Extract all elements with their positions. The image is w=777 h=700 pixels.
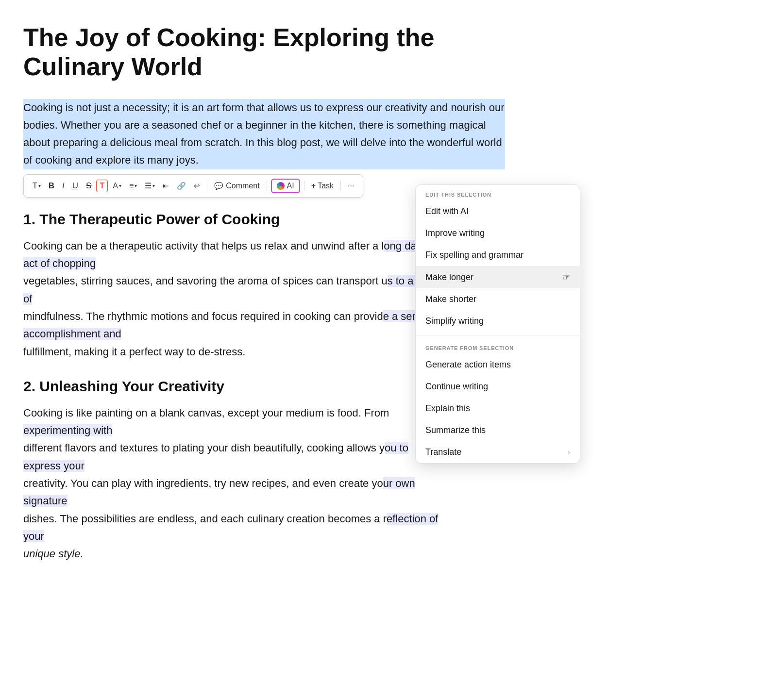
make-shorter-item[interactable]: Make shorter bbox=[416, 288, 580, 310]
comment-button[interactable]: 💬 Comment bbox=[211, 180, 262, 192]
font-dropdown-arrow: ▾ bbox=[119, 183, 121, 188]
divider-1 bbox=[207, 181, 207, 191]
section2-body: Cooking is like painting on a blank canv… bbox=[23, 404, 446, 563]
section1-body: Cooking can be a therapeutic activity th… bbox=[23, 237, 446, 361]
indent-button[interactable]: ↩ bbox=[191, 180, 203, 192]
generate-section-label: GENERATE FROM SELECTION bbox=[416, 338, 580, 354]
more-options-button[interactable]: ··· bbox=[345, 180, 357, 192]
document-title: The Joy of Cooking: Exploring the Culina… bbox=[23, 23, 460, 82]
italic-button[interactable]: I bbox=[59, 179, 68, 193]
align-button[interactable]: ≡ ▾ bbox=[126, 180, 140, 192]
text-style-button[interactable]: T ▾ bbox=[30, 180, 44, 192]
font-color-button[interactable]: A ▾ bbox=[110, 180, 124, 192]
list-dropdown-arrow: ▾ bbox=[152, 183, 155, 188]
generate-action-items-item[interactable]: Generate action items bbox=[416, 354, 580, 376]
edit-with-ai-item[interactable]: Edit with AI bbox=[416, 200, 580, 222]
simplify-writing-item[interactable]: Simplify writing bbox=[416, 310, 580, 332]
underline-button[interactable]: U bbox=[69, 179, 81, 193]
task-button[interactable]: + Task bbox=[308, 180, 337, 192]
improve-writing-item[interactable]: Improve writing bbox=[416, 222, 580, 244]
continue-writing-item[interactable]: Continue writing bbox=[416, 376, 580, 398]
make-longer-item[interactable]: Make longer ☞ bbox=[416, 266, 580, 288]
dropdown-separator bbox=[416, 335, 580, 335]
outdent-button[interactable]: ⇤ bbox=[160, 180, 172, 192]
strikethrough-button[interactable]: S bbox=[83, 179, 94, 193]
divider-3 bbox=[304, 181, 304, 191]
explain-this-item[interactable]: Explain this bbox=[416, 398, 580, 419]
divider-2 bbox=[267, 181, 267, 191]
ai-dropdown-menu: EDIT THIS SELECTION Edit with AI Improve… bbox=[415, 184, 580, 464]
fix-spelling-item[interactable]: Fix spelling and grammar bbox=[416, 244, 580, 266]
formatting-toolbar: T ▾ B I U S T A ▾ ≡ ▾ ☰ ▾ ⇤ 🔗 ↩ bbox=[23, 174, 363, 198]
comment-icon: 💬 bbox=[214, 182, 223, 190]
divider-4 bbox=[340, 181, 341, 191]
align-dropdown-arrow: ▾ bbox=[135, 183, 137, 188]
ai-button[interactable]: AI bbox=[271, 179, 300, 193]
summarize-this-item[interactable]: Summarize this bbox=[416, 419, 580, 441]
list-button[interactable]: ☰ ▾ bbox=[142, 179, 158, 192]
translate-arrow-icon: › bbox=[568, 448, 570, 457]
selected-paragraph: Cooking is not just a necessity; it is a… bbox=[23, 99, 505, 169]
edit-section-label: EDIT THIS SELECTION bbox=[416, 185, 580, 200]
text-dropdown-arrow: ▾ bbox=[38, 183, 41, 188]
translate-item[interactable]: Translate › bbox=[416, 441, 580, 463]
bold-button[interactable]: B bbox=[46, 179, 57, 193]
ai-icon bbox=[277, 182, 285, 190]
cursor-icon: ☞ bbox=[562, 272, 570, 283]
link-button[interactable]: 🔗 bbox=[174, 180, 189, 192]
highlight-button[interactable]: T bbox=[96, 180, 108, 192]
